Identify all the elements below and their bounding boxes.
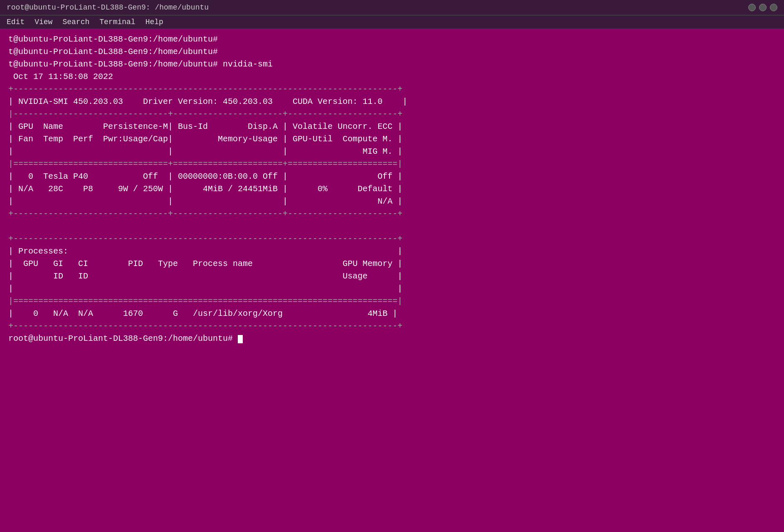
terminal-line: +---------------------------------------… xyxy=(8,83,776,96)
terminal-line: | | | MIG M. | xyxy=(8,145,776,158)
terminal-line: | NVIDIA-SMI 450.203.03 Driver Version: … xyxy=(8,96,776,108)
terminal-line: |===============================+=======… xyxy=(8,158,776,170)
title-bar: root@ubuntu-ProLiant-DL388-Gen9: /home/u… xyxy=(0,0,784,15)
terminal-blank-line xyxy=(8,220,776,233)
close-button[interactable] xyxy=(770,4,777,11)
terminal-window: root@ubuntu-ProLiant-DL388-Gen9: /home/u… xyxy=(0,0,784,532)
terminal-line: | GPU Name Persistence-M| Bus-Id Disp.A … xyxy=(8,121,776,133)
terminal-line: t@ubuntu-ProLiant-DL388-Gen9:/home/ubunt… xyxy=(8,58,776,71)
terminal-line: Oct 17 11:58:08 2022 xyxy=(8,71,776,83)
terminal-line: | Fan Temp Perf Pwr:Usage/Cap| Memory-Us… xyxy=(8,133,776,145)
terminal-line: | 0 Tesla P40 Off | 00000000:0B:00.0 Off… xyxy=(8,170,776,183)
minimize-button[interactable] xyxy=(748,4,756,11)
terminal-line: | GPU GI CI PID Type Process name GPU Me… xyxy=(8,258,776,270)
terminal-line: +-------------------------------+-------… xyxy=(8,208,776,220)
terminal-line: | | | N/A | xyxy=(8,195,776,208)
terminal-line: t@ubuntu-ProLiant-DL388-Gen9:/home/ubunt… xyxy=(8,46,776,58)
terminal-line: root@ubuntu-ProLiant-DL388-Gen9:/home/ub… xyxy=(8,332,776,345)
title-bar-controls xyxy=(748,4,777,11)
terminal-content[interactable]: t@ubuntu-ProLiant-DL388-Gen9:/home/ubunt… xyxy=(0,29,784,532)
menu-bar: Edit View Search Terminal Help xyxy=(0,15,784,29)
menu-help[interactable]: Help xyxy=(145,18,163,26)
terminal-line: | ID ID Usage | xyxy=(8,270,776,283)
terminal-line: | | xyxy=(8,283,776,295)
menu-search[interactable]: Search xyxy=(62,18,89,26)
terminal-line: | N/A 28C P8 9W / 250W | 4MiB / 24451MiB… xyxy=(8,183,776,195)
menu-view[interactable]: View xyxy=(35,18,52,26)
terminal-line: |-------------------------------+-------… xyxy=(8,108,776,121)
terminal-line: | Processes: | xyxy=(8,245,776,258)
maximize-button[interactable] xyxy=(759,4,767,11)
terminal-line: +---------------------------------------… xyxy=(8,233,776,245)
terminal-line: t@ubuntu-ProLiant-DL388-Gen9:/home/ubunt… xyxy=(8,33,776,46)
terminal-cursor xyxy=(238,335,243,343)
terminal-line: |=======================================… xyxy=(8,295,776,308)
terminal-line: +---------------------------------------… xyxy=(8,320,776,332)
title-bar-title: root@ubuntu-ProLiant-DL388-Gen9: /home/u… xyxy=(7,3,209,12)
menu-terminal[interactable]: Terminal xyxy=(99,18,135,26)
menu-edit[interactable]: Edit xyxy=(7,18,25,26)
terminal-line: | 0 N/A N/A 1670 G /usr/lib/xorg/Xorg 4M… xyxy=(8,308,776,320)
